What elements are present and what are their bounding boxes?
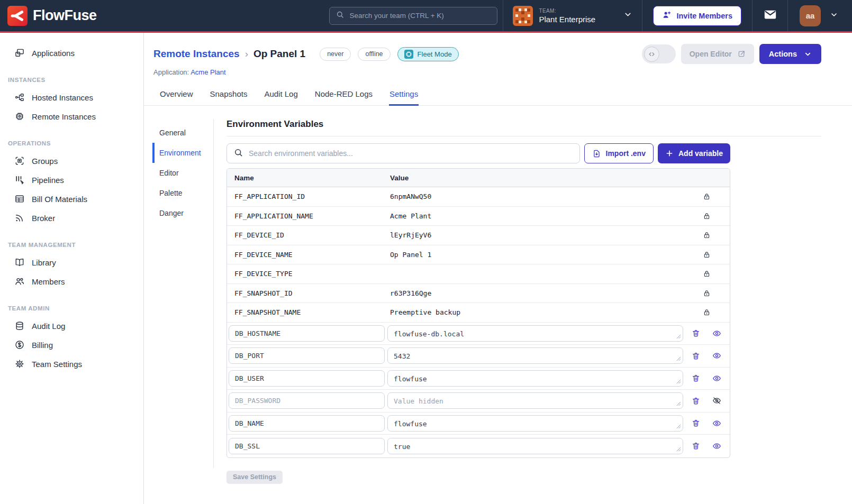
delete-variable-button[interactable] <box>692 397 700 405</box>
show-value-button[interactable] <box>712 329 721 338</box>
show-value-button[interactable] <box>712 351 721 360</box>
resize-handle[interactable] <box>676 447 681 452</box>
invite-wrap: Invite Members <box>642 6 752 26</box>
delete-variable-button[interactable] <box>692 419 700 427</box>
sidebar-item-pipelines[interactable]: Pipelines <box>0 170 143 189</box>
trash-icon <box>692 374 700 382</box>
env-var-row-editable <box>227 323 730 345</box>
flowfuse-logo[interactable]: FlowFuse <box>7 6 97 26</box>
sidebar-section-operations: OPERATIONS <box>0 140 143 146</box>
sidebar-item-applications[interactable]: Applications <box>0 43 143 62</box>
env-var-row-editable <box>227 435 730 457</box>
main-content: Remote Instances›Op Panel 1 never offlin… <box>144 33 852 504</box>
env-var-value-input[interactable] <box>387 347 683 364</box>
env-var-value-cell <box>387 347 683 364</box>
sidebar-item-remote-instances[interactable]: Remote Instances <box>0 107 143 126</box>
tab-snapshots[interactable]: Snapshots <box>210 84 248 106</box>
env-variables-table: Name Value FF_APPLICATION_ID 6npmANwQ50 … <box>226 168 730 458</box>
delete-variable-button[interactable] <box>692 329 700 337</box>
team-avatar <box>513 6 533 26</box>
env-var-value-input[interactable] <box>387 438 683 454</box>
env-var-name-input[interactable] <box>229 438 385 454</box>
env-var-name-input[interactable] <box>229 392 385 409</box>
settings-nav-editor[interactable]: Editor <box>152 163 213 183</box>
env-var-row-locked: FF_APPLICATION_NAME Acme Plant <box>227 207 730 226</box>
settings-nav-palette[interactable]: Palette <box>152 183 213 203</box>
row-actions <box>683 419 730 428</box>
save-settings-button[interactable]: Save Settings <box>226 471 283 484</box>
env-var-value-input[interactable] <box>387 392 683 409</box>
team-search[interactable] <box>329 7 497 25</box>
hide-value-button[interactable] <box>712 396 721 405</box>
env-search[interactable] <box>226 143 580 163</box>
delete-variable-button[interactable] <box>692 374 700 382</box>
show-value-button[interactable] <box>712 419 721 428</box>
notifications-button[interactable] <box>753 7 787 24</box>
user-menu[interactable]: aa <box>788 5 852 26</box>
settings-nav: General Environment Editor Palette Dange… <box>152 119 214 468</box>
sidebar-item-label: Applications <box>32 49 75 58</box>
env-var-name-input[interactable] <box>229 347 385 364</box>
sidebar-item-broker[interactable]: Broker <box>0 208 143 227</box>
team-selector[interactable]: TEAM: Plant Enterprise <box>503 6 642 26</box>
fleet-mode-label: Fleet Mode <box>418 50 452 58</box>
env-var-name: FF_DEVICE_NAME <box>227 251 390 259</box>
add-variable-button[interactable]: Add variable <box>658 143 730 163</box>
application-line: Application: Acme Plant <box>153 68 821 76</box>
frame: Applications INSTANCES Hosted Instances … <box>0 33 852 504</box>
sidebar-item-billing[interactable]: Billing <box>0 335 143 354</box>
team-search-input[interactable] <box>349 12 491 20</box>
sidebar-item-groups[interactable]: Groups <box>0 151 143 170</box>
eye-icon <box>712 374 721 383</box>
resize-handle[interactable] <box>676 356 681 361</box>
environment-variables-title: Environment Variables <box>226 119 821 136</box>
sidebar-item-hosted-instances[interactable]: Hosted Instances <box>0 88 143 107</box>
resize-handle[interactable] <box>676 334 681 339</box>
settings-nav-general[interactable]: General <box>152 123 213 143</box>
delete-variable-button[interactable] <box>692 442 700 450</box>
lock-icon <box>703 308 711 316</box>
tab-settings[interactable]: Settings <box>389 84 419 106</box>
plus-icon <box>665 149 674 158</box>
delete-variable-button[interactable] <box>692 352 700 360</box>
application-label: Application: <box>153 68 189 76</box>
status-badges: never offline Fleet Mode <box>320 47 458 61</box>
sidebar-section-instances: INSTANCES <box>0 77 143 83</box>
resize-handle[interactable] <box>676 424 681 429</box>
breadcrumb-remote-instances-link[interactable]: Remote Instances <box>153 48 240 59</box>
sidebar-item-team-settings[interactable]: Team Settings <box>0 354 143 373</box>
sidebar-item-bill-of-materials[interactable]: Bill Of Materials <box>0 189 143 208</box>
resize-handle[interactable] <box>676 401 681 406</box>
sidebar: Applications INSTANCES Hosted Instances … <box>0 33 144 504</box>
row-actions <box>683 193 730 200</box>
sidebar-item-audit-log[interactable]: Audit Log <box>0 316 143 335</box>
env-search-input[interactable] <box>249 149 573 158</box>
tab-overview[interactable]: Overview <box>159 84 194 106</box>
environment-toolbar: Import .env Add variable <box>226 143 730 163</box>
env-var-value-input[interactable] <box>387 325 683 342</box>
invite-members-button[interactable]: Invite Members <box>653 6 741 26</box>
import-env-button[interactable]: Import .env <box>584 143 654 163</box>
add-variable-label: Add variable <box>678 149 723 158</box>
show-value-button[interactable] <box>712 374 721 383</box>
tab-audit-log[interactable]: Audit Log <box>264 84 298 106</box>
env-var-value-input[interactable] <box>387 415 683 432</box>
actions-button[interactable]: Actions <box>759 44 821 64</box>
env-var-name-input[interactable] <box>229 370 385 387</box>
open-editor-button[interactable]: Open Editor <box>681 44 754 64</box>
settings-nav-danger[interactable]: Danger <box>152 203 213 223</box>
developer-mode-toggle[interactable] <box>642 44 676 63</box>
sidebar-item-members[interactable]: Members <box>0 272 143 291</box>
show-value-button[interactable] <box>712 442 721 451</box>
sidebar-item-library[interactable]: Library <box>0 253 143 272</box>
env-var-name-input[interactable] <box>229 325 385 342</box>
eye-icon <box>712 442 721 451</box>
resize-handle[interactable] <box>676 379 681 384</box>
sidebar-item-label: Pipelines <box>32 176 64 185</box>
env-var-name-input[interactable] <box>229 415 385 432</box>
application-link[interactable]: Acme Plant <box>191 68 225 76</box>
tab-node-red-logs[interactable]: Node-RED Logs <box>314 84 373 106</box>
env-var-value-input[interactable] <box>387 370 683 387</box>
env-var-name: FF_SNAPSHOT_NAME <box>227 308 390 316</box>
settings-nav-environment[interactable]: Environment <box>152 143 213 163</box>
